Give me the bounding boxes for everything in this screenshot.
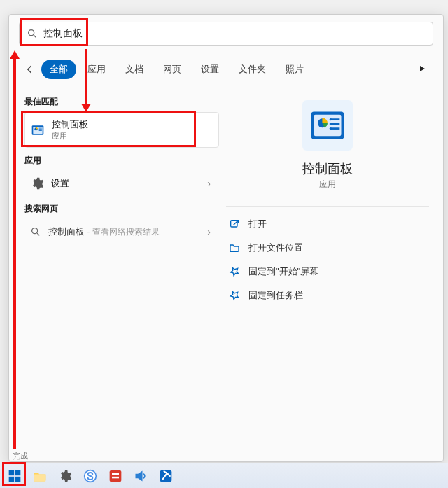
svg-rect-16 xyxy=(330,123,340,125)
section-web: 搜索网页 xyxy=(24,203,219,215)
results-column: 最佳匹配 控制面板 应用 应用 设置 › 搜索网页 控制面板 xyxy=(9,86,219,463)
svg-rect-25 xyxy=(34,474,46,481)
action-open[interactable]: 打开 xyxy=(226,212,429,236)
svg-rect-29 xyxy=(112,476,119,478)
detail-actions: 打开 打开文件位置 固定到"开始"屏幕 固定到任务栏 xyxy=(226,212,429,307)
folder-icon xyxy=(33,470,47,482)
taskbar-app-blue[interactable] xyxy=(155,466,176,486)
pin-icon xyxy=(229,266,240,277)
result-title: 设置 xyxy=(51,177,200,190)
svg-rect-23 xyxy=(9,476,15,482)
tab-settings[interactable]: 设置 xyxy=(192,60,227,79)
section-best-match: 最佳匹配 xyxy=(24,96,219,108)
svg-point-19 xyxy=(330,127,332,130)
pin-icon xyxy=(229,290,240,301)
detail-type: 应用 xyxy=(319,179,336,190)
action-label: 打开文件位置 xyxy=(248,242,303,254)
open-icon xyxy=(229,218,240,230)
action-pin-taskbar[interactable]: 固定到任务栏 xyxy=(226,284,429,307)
taskbar xyxy=(0,463,448,488)
control-panel-icon xyxy=(31,123,45,137)
control-panel-icon xyxy=(309,107,346,144)
sogou-icon xyxy=(83,469,97,483)
filter-tabs: 全部 应用 文档 网页 设置 文件夹 照片 xyxy=(9,50,443,86)
svg-rect-28 xyxy=(112,473,119,475)
start-button[interactable] xyxy=(4,466,25,486)
svg-point-0 xyxy=(29,30,34,36)
tab-documents[interactable]: 文档 xyxy=(117,60,152,79)
result-settings-app[interactable]: 设置 › xyxy=(24,171,219,196)
result-web-search[interactable]: 控制面板 - 查看网络搜索结果 › xyxy=(24,219,219,244)
taskbar-app-red[interactable] xyxy=(105,466,126,486)
taskbar-settings[interactable] xyxy=(55,466,76,486)
result-texts: 控制面板 应用 xyxy=(52,118,213,141)
detail-content: 控制面板 应用 打开 打开文件位置 固定到"开始"屏幕 xyxy=(226,93,429,307)
result-subtitle: 应用 xyxy=(52,131,213,141)
windows-icon xyxy=(8,469,22,483)
tab-web[interactable]: 网页 xyxy=(155,60,190,79)
result-texts: 设置 xyxy=(51,177,200,190)
detail-title: 控制面板 xyxy=(302,160,353,177)
play-icon xyxy=(418,64,426,73)
web-result-suffix: - 查看网络搜索结果 xyxy=(85,227,160,237)
arrow-left-icon xyxy=(24,64,36,75)
tab-photos[interactable]: 照片 xyxy=(277,60,312,79)
svg-rect-22 xyxy=(15,470,21,475)
action-pin-start[interactable]: 固定到"开始"屏幕 xyxy=(226,260,429,284)
svg-rect-7 xyxy=(39,129,42,130)
app-icon xyxy=(108,469,122,483)
folder-icon xyxy=(229,242,240,253)
svg-rect-12 xyxy=(314,115,342,136)
action-label: 打开 xyxy=(248,218,267,230)
chevron-right-icon: › xyxy=(207,178,214,189)
app-icon xyxy=(159,469,173,483)
results-body: 最佳匹配 控制面板 应用 应用 设置 › 搜索网页 控制面板 xyxy=(9,86,443,463)
detail-app-icon xyxy=(302,100,353,151)
action-label: 固定到"开始"屏幕 xyxy=(248,265,318,278)
taskbar-sogou[interactable] xyxy=(80,466,101,486)
back-button[interactable] xyxy=(22,61,38,78)
svg-rect-21 xyxy=(9,470,15,475)
web-result-title: 控制面板 xyxy=(48,226,85,237)
svg-line-1 xyxy=(34,35,36,37)
search-icon xyxy=(30,226,41,237)
svg-rect-8 xyxy=(39,130,42,131)
tab-all[interactable]: 全部 xyxy=(41,60,76,79)
svg-rect-14 xyxy=(330,118,340,120)
search-bar[interactable] xyxy=(19,22,433,46)
svg-point-15 xyxy=(330,118,332,120)
search-bar-container xyxy=(9,15,443,50)
gear-icon xyxy=(30,176,44,190)
svg-rect-18 xyxy=(330,127,340,130)
result-texts: 控制面板 - 查看网络搜索结果 xyxy=(48,225,200,238)
search-input[interactable] xyxy=(43,28,426,39)
taskbar-volume[interactable] xyxy=(130,466,151,486)
svg-point-9 xyxy=(32,228,38,233)
svg-rect-27 xyxy=(110,470,122,482)
chevron-right-icon: › xyxy=(207,226,214,237)
detail-pane: 控制面板 应用 打开 打开文件位置 固定到"开始"屏幕 xyxy=(219,86,443,463)
divider xyxy=(226,206,429,207)
status-text: 完成 xyxy=(13,451,28,461)
taskbar-explorer[interactable] xyxy=(29,466,50,486)
svg-rect-6 xyxy=(39,127,42,128)
tabs-more-button[interactable] xyxy=(418,64,430,75)
svg-rect-24 xyxy=(15,476,21,482)
result-title: 控制面板 xyxy=(52,118,213,131)
tab-folders[interactable]: 文件夹 xyxy=(230,60,274,79)
svg-point-17 xyxy=(330,123,332,125)
result-control-panel[interactable]: 控制面板 应用 xyxy=(24,112,219,148)
tab-apps[interactable]: 应用 xyxy=(79,60,114,79)
search-panel: 全部 应用 文档 网页 设置 文件夹 照片 最佳匹配 控制面板 应用 应用 xyxy=(8,14,444,462)
svg-rect-20 xyxy=(231,221,237,227)
svg-marker-2 xyxy=(420,66,425,71)
action-open-location[interactable]: 打开文件位置 xyxy=(226,236,429,260)
svg-line-10 xyxy=(37,233,39,235)
gear-icon xyxy=(58,469,72,483)
speaker-icon xyxy=(134,469,148,483)
action-label: 固定到任务栏 xyxy=(248,289,303,302)
section-apps: 应用 xyxy=(24,155,219,167)
search-icon xyxy=(27,28,38,39)
